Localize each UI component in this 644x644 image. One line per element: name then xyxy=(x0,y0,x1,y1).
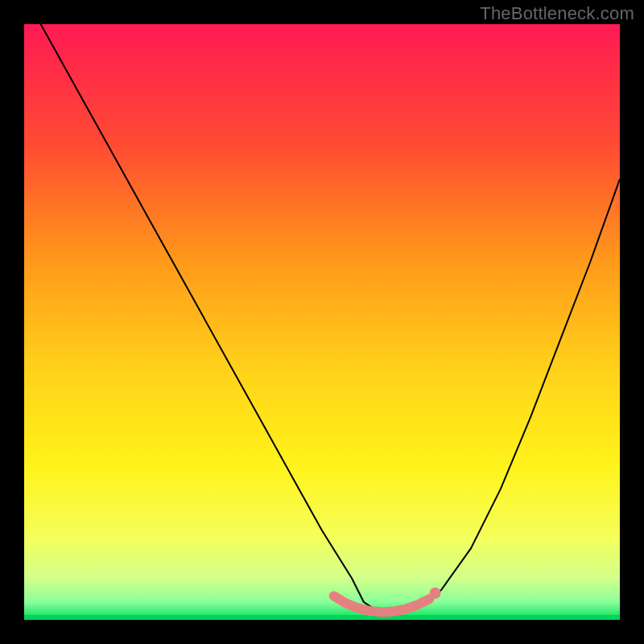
chart-svg xyxy=(24,24,620,620)
plot-area xyxy=(24,24,620,620)
baseline-stripe xyxy=(24,615,620,620)
chart-frame: TheBottleneck.com xyxy=(0,0,644,644)
watermark-text: TheBottleneck.com xyxy=(480,3,634,24)
highlight-end-dot xyxy=(430,588,441,599)
